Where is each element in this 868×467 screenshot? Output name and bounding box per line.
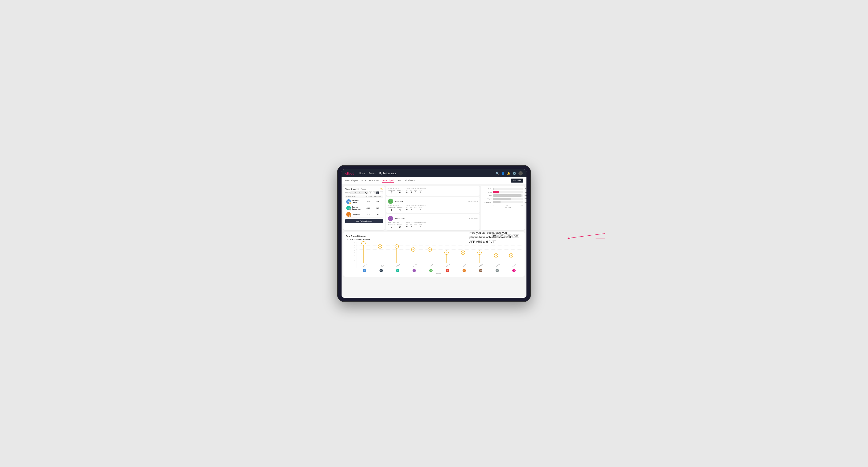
player-col-butler: 3x bbox=[494, 253, 498, 263]
bar-value-bogeys: 311 bbox=[525, 198, 526, 199]
subnav-links: PGAT Players PGA Hcaps 1-5 Team Clippd T… bbox=[345, 179, 511, 183]
streak-line-mailer bbox=[479, 254, 480, 263]
player-avg: 110 bbox=[374, 201, 382, 203]
add-team-button[interactable]: Add Team bbox=[511, 179, 523, 183]
view-full-leaderboard-button[interactable]: View Full Leaderboard bbox=[345, 219, 383, 223]
card-view-icon[interactable]: ▤ bbox=[376, 191, 379, 194]
arg-stat: ARG 0 bbox=[414, 207, 417, 211]
team-count: | 14 Players bbox=[357, 188, 366, 190]
avatar-britt: RB bbox=[429, 269, 433, 272]
subtitle-prefix: Off The Tee bbox=[346, 239, 355, 240]
subnav-pgat[interactable]: PGAT Players bbox=[345, 179, 358, 183]
arg-value: 0 bbox=[415, 191, 416, 193]
subnav: PGAT Players PGA Hcaps 1-5 Team Clippd T… bbox=[342, 177, 526, 184]
avatar-ford: DF bbox=[463, 269, 466, 272]
practice-activities-group: Total Practice Activities OTT 0 APP bbox=[406, 205, 426, 211]
bar-label-dbogeys: D. Bogeys + bbox=[483, 201, 492, 203]
chart-bars: Eagles 3 Birdies bbox=[483, 188, 523, 203]
col-pb-avg: PB AVG SQ bbox=[374, 196, 382, 197]
bar-container-dbogeys: 131 bbox=[493, 201, 523, 203]
arg-stat: ARG 0 bbox=[414, 224, 417, 228]
settings-icon[interactable]: ⚙️ bbox=[513, 172, 516, 175]
user-avatar[interactable]: U bbox=[519, 171, 523, 176]
player-name: Edward Crossman bbox=[352, 206, 362, 210]
search-icon[interactable]: 🔍 bbox=[496, 172, 499, 175]
ott-stat: OTT 0 bbox=[406, 207, 408, 211]
chart-plot-area: 7x 6x 6x bbox=[356, 242, 522, 268]
putt-value: 1 bbox=[420, 225, 421, 228]
player-card-avatar: JC bbox=[388, 216, 393, 221]
streak-line-britt bbox=[430, 251, 430, 263]
bar-value-dbogeys: 131 bbox=[525, 201, 526, 203]
people-icon[interactable]: 👤 bbox=[501, 172, 505, 175]
edit-icon[interactable]: ✏️ bbox=[380, 188, 383, 190]
rank-badge: 2 bbox=[349, 209, 351, 211]
show-row: Show Last 3 months Last 6 months ⊞ ☰ ▤ ↕ bbox=[345, 191, 383, 194]
practice-activities-group: Total Practice Activities OTT 0 APP bbox=[406, 222, 426, 228]
app-value: 0 bbox=[411, 225, 412, 228]
subnav-hcaps[interactable]: Hcaps 1-5 bbox=[369, 179, 379, 183]
card-stats: Total Rounds Tournament 7 Practice bbox=[388, 188, 478, 194]
practice-activities-label: Total Practice Activities bbox=[406, 222, 426, 224]
player-col-ewart: 7x bbox=[361, 241, 366, 263]
player-card-rees-britt: RB Rees Britt 02 Sep 2023 Total Rounds T… bbox=[386, 197, 479, 213]
streaks-title: Best Round Streaks bbox=[346, 235, 366, 237]
player-score: 17/20 bbox=[363, 214, 373, 216]
view-icons: ⊞ ☰ ▤ ↕ bbox=[369, 191, 383, 194]
activities-row: OTT 0 APP 0 ARG bbox=[406, 224, 426, 228]
nav-my-performance[interactable]: My Performance bbox=[379, 172, 396, 175]
grid-view-icon[interactable]: ⊞ bbox=[369, 191, 372, 194]
streak-bubble-quick: 3x bbox=[509, 253, 513, 257]
player-col-coles: 5x bbox=[411, 247, 415, 263]
show-select[interactable]: Last 3 months Last 6 months bbox=[350, 191, 368, 194]
player-score: 18/20 bbox=[363, 207, 373, 209]
arg-value: 0 bbox=[415, 225, 416, 228]
annotation-content: Here you can see streaks your players ha… bbox=[469, 231, 514, 243]
ott-stat: OTT 0 bbox=[406, 190, 408, 193]
y-label-2: 2 bbox=[346, 254, 355, 256]
subnav-all-players[interactable]: All Players bbox=[405, 179, 415, 183]
streak-chart-container: 7 6 5 4 3 2 1 0 bbox=[346, 242, 522, 268]
player-names-row: E. Ewart B. McHerg D. Billing J. Coles R… bbox=[356, 265, 522, 267]
bar-fill-dbogeys bbox=[493, 201, 500, 203]
nav-home[interactable]: Home bbox=[359, 172, 365, 175]
avatar-quick: CQ bbox=[512, 269, 516, 272]
streak-bubble-crossman: 4x bbox=[444, 250, 448, 255]
annotation-text: Here you can see streaks your players ha… bbox=[469, 231, 517, 244]
bar-container-pars: 499 bbox=[493, 194, 523, 197]
player-name-britt: R. Britt bbox=[429, 263, 434, 268]
player-col-mcherg: 6x bbox=[378, 244, 382, 263]
arg-stat: ARG 0 bbox=[414, 190, 417, 193]
player-name-mailer: M. Mailer bbox=[479, 263, 484, 268]
player-col-quick: 3x bbox=[509, 253, 513, 263]
streak-bubble-billingham: 6x bbox=[395, 244, 399, 249]
subnav-team-clippd[interactable]: Team Clippd bbox=[382, 179, 394, 183]
chart-view-icon[interactable]: ↕ bbox=[380, 191, 383, 194]
streak-bubble-britt: 5x bbox=[428, 247, 432, 252]
bell-icon[interactable]: 🔔 bbox=[507, 172, 510, 175]
nav-teams[interactable]: Teams bbox=[369, 172, 375, 175]
subnav-pga[interactable]: PGA bbox=[361, 179, 366, 183]
rounds-group: Total Rounds Tournament 8 Practice bbox=[388, 205, 402, 211]
player-name: Richard Butler bbox=[352, 199, 362, 204]
bar-value-birdies: 96 bbox=[525, 191, 526, 193]
list-view-icon[interactable]: ☰ bbox=[373, 191, 376, 194]
ott-value: 0 bbox=[406, 225, 408, 228]
x-label-0: 0 bbox=[493, 205, 494, 206]
app-stat: APP 0 bbox=[410, 190, 412, 193]
total-rounds-label: Total Rounds bbox=[388, 222, 402, 224]
navbar: clippd Home Teams My Performance 🔍 👤 🔔 ⚙… bbox=[342, 169, 526, 177]
player-card-name: Rees Britt bbox=[395, 200, 404, 203]
player-card-date: 02 Sep 2023 bbox=[468, 200, 478, 202]
subnav-tour[interactable]: Tour bbox=[397, 179, 401, 183]
activities-row: OTT 0 APP 0 ARG bbox=[406, 207, 426, 211]
avatar: EC 2 bbox=[346, 206, 351, 210]
putt-stat: PUTT 1 bbox=[418, 190, 422, 193]
bar-value-pars: 499 bbox=[525, 195, 526, 196]
ott-value: 0 bbox=[406, 191, 408, 193]
bar-container-bogeys: 311 bbox=[493, 198, 523, 200]
bar-label-eagles: Eagles bbox=[483, 188, 492, 190]
streak-bubble-coles: 5x bbox=[411, 247, 415, 252]
y-label-4: 4 bbox=[346, 250, 355, 251]
table-row: C 3 Cameron... 17/20 103 bbox=[345, 211, 383, 218]
